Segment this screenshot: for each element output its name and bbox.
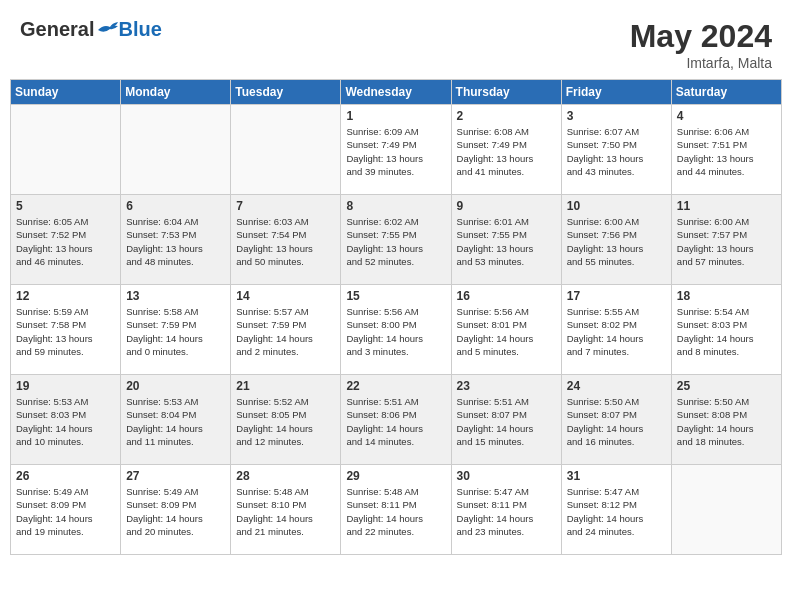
logo-bird-icon [96,22,118,38]
day-of-week-header: Thursday [451,80,561,105]
day-number: 22 [346,379,445,393]
calendar-cell: 4Sunrise: 6:06 AM Sunset: 7:51 PM Daylig… [671,105,781,195]
calendar-cell: 27Sunrise: 5:49 AM Sunset: 8:09 PM Dayli… [121,465,231,555]
day-number: 19 [16,379,115,393]
cell-content: Sunrise: 6:01 AM Sunset: 7:55 PM Dayligh… [457,215,556,268]
calendar-cell: 5Sunrise: 6:05 AM Sunset: 7:52 PM Daylig… [11,195,121,285]
title-block: May 2024 Imtarfa, Malta [630,18,772,71]
day-number: 10 [567,199,666,213]
cell-content: Sunrise: 6:04 AM Sunset: 7:53 PM Dayligh… [126,215,225,268]
calendar-cell: 13Sunrise: 5:58 AM Sunset: 7:59 PM Dayli… [121,285,231,375]
calendar-cell: 7Sunrise: 6:03 AM Sunset: 7:54 PM Daylig… [231,195,341,285]
day-number: 6 [126,199,225,213]
day-number: 31 [567,469,666,483]
logo-general-text: General [20,18,94,41]
cell-content: Sunrise: 6:03 AM Sunset: 7:54 PM Dayligh… [236,215,335,268]
day-number: 1 [346,109,445,123]
logo: General Blue [20,18,162,41]
calendar-week-row: 5Sunrise: 6:05 AM Sunset: 7:52 PM Daylig… [11,195,782,285]
calendar-cell: 17Sunrise: 5:55 AM Sunset: 8:02 PM Dayli… [561,285,671,375]
day-number: 23 [457,379,556,393]
cell-content: Sunrise: 6:09 AM Sunset: 7:49 PM Dayligh… [346,125,445,178]
calendar-cell: 29Sunrise: 5:48 AM Sunset: 8:11 PM Dayli… [341,465,451,555]
calendar-cell: 6Sunrise: 6:04 AM Sunset: 7:53 PM Daylig… [121,195,231,285]
calendar-cell [121,105,231,195]
calendar-cell: 3Sunrise: 6:07 AM Sunset: 7:50 PM Daylig… [561,105,671,195]
cell-content: Sunrise: 5:47 AM Sunset: 8:11 PM Dayligh… [457,485,556,538]
day-number: 27 [126,469,225,483]
calendar-cell [671,465,781,555]
day-of-week-header: Tuesday [231,80,341,105]
day-number: 25 [677,379,776,393]
day-of-week-header: Saturday [671,80,781,105]
calendar-cell: 26Sunrise: 5:49 AM Sunset: 8:09 PM Dayli… [11,465,121,555]
day-number: 4 [677,109,776,123]
calendar-cell: 10Sunrise: 6:00 AM Sunset: 7:56 PM Dayli… [561,195,671,285]
calendar-cell: 31Sunrise: 5:47 AM Sunset: 8:12 PM Dayli… [561,465,671,555]
calendar-cell: 24Sunrise: 5:50 AM Sunset: 8:07 PM Dayli… [561,375,671,465]
day-number: 17 [567,289,666,303]
cell-content: Sunrise: 6:07 AM Sunset: 7:50 PM Dayligh… [567,125,666,178]
day-number: 11 [677,199,776,213]
cell-content: Sunrise: 5:53 AM Sunset: 8:03 PM Dayligh… [16,395,115,448]
logo-blue-text: Blue [118,18,161,41]
calendar-cell: 11Sunrise: 6:00 AM Sunset: 7:57 PM Dayli… [671,195,781,285]
cell-content: Sunrise: 5:55 AM Sunset: 8:02 PM Dayligh… [567,305,666,358]
cell-content: Sunrise: 6:08 AM Sunset: 7:49 PM Dayligh… [457,125,556,178]
day-number: 9 [457,199,556,213]
calendar-cell: 21Sunrise: 5:52 AM Sunset: 8:05 PM Dayli… [231,375,341,465]
day-number: 15 [346,289,445,303]
cell-content: Sunrise: 5:59 AM Sunset: 7:58 PM Dayligh… [16,305,115,358]
day-number: 18 [677,289,776,303]
location-subtitle: Imtarfa, Malta [630,55,772,71]
day-number: 21 [236,379,335,393]
day-number: 29 [346,469,445,483]
cell-content: Sunrise: 5:49 AM Sunset: 8:09 PM Dayligh… [126,485,225,538]
calendar-cell: 8Sunrise: 6:02 AM Sunset: 7:55 PM Daylig… [341,195,451,285]
calendar-cell: 23Sunrise: 5:51 AM Sunset: 8:07 PM Dayli… [451,375,561,465]
calendar-cell: 30Sunrise: 5:47 AM Sunset: 8:11 PM Dayli… [451,465,561,555]
day-number: 3 [567,109,666,123]
cell-content: Sunrise: 6:05 AM Sunset: 7:52 PM Dayligh… [16,215,115,268]
calendar-cell: 20Sunrise: 5:53 AM Sunset: 8:04 PM Dayli… [121,375,231,465]
page-header: General Blue May 2024 Imtarfa, Malta [10,10,782,75]
cell-content: Sunrise: 5:50 AM Sunset: 8:08 PM Dayligh… [677,395,776,448]
calendar-cell: 12Sunrise: 5:59 AM Sunset: 7:58 PM Dayli… [11,285,121,375]
calendar-cell: 2Sunrise: 6:08 AM Sunset: 7:49 PM Daylig… [451,105,561,195]
cell-content: Sunrise: 5:50 AM Sunset: 8:07 PM Dayligh… [567,395,666,448]
cell-content: Sunrise: 5:51 AM Sunset: 8:06 PM Dayligh… [346,395,445,448]
cell-content: Sunrise: 6:00 AM Sunset: 7:56 PM Dayligh… [567,215,666,268]
cell-content: Sunrise: 6:00 AM Sunset: 7:57 PM Dayligh… [677,215,776,268]
day-number: 26 [16,469,115,483]
calendar-week-row: 26Sunrise: 5:49 AM Sunset: 8:09 PM Dayli… [11,465,782,555]
calendar-cell: 28Sunrise: 5:48 AM Sunset: 8:10 PM Dayli… [231,465,341,555]
day-number: 16 [457,289,556,303]
day-number: 20 [126,379,225,393]
cell-content: Sunrise: 5:58 AM Sunset: 7:59 PM Dayligh… [126,305,225,358]
calendar-table: SundayMondayTuesdayWednesdayThursdayFrid… [10,79,782,555]
cell-content: Sunrise: 5:56 AM Sunset: 8:01 PM Dayligh… [457,305,556,358]
calendar-cell: 14Sunrise: 5:57 AM Sunset: 7:59 PM Dayli… [231,285,341,375]
day-number: 30 [457,469,556,483]
calendar-cell: 15Sunrise: 5:56 AM Sunset: 8:00 PM Dayli… [341,285,451,375]
cell-content: Sunrise: 5:47 AM Sunset: 8:12 PM Dayligh… [567,485,666,538]
cell-content: Sunrise: 6:02 AM Sunset: 7:55 PM Dayligh… [346,215,445,268]
day-number: 5 [16,199,115,213]
calendar-week-row: 1Sunrise: 6:09 AM Sunset: 7:49 PM Daylig… [11,105,782,195]
calendar-header-row: SundayMondayTuesdayWednesdayThursdayFrid… [11,80,782,105]
day-number: 28 [236,469,335,483]
cell-content: Sunrise: 5:56 AM Sunset: 8:00 PM Dayligh… [346,305,445,358]
calendar-week-row: 19Sunrise: 5:53 AM Sunset: 8:03 PM Dayli… [11,375,782,465]
day-number: 8 [346,199,445,213]
calendar-cell [231,105,341,195]
day-of-week-header: Friday [561,80,671,105]
cell-content: Sunrise: 5:48 AM Sunset: 8:10 PM Dayligh… [236,485,335,538]
cell-content: Sunrise: 5:54 AM Sunset: 8:03 PM Dayligh… [677,305,776,358]
month-year-title: May 2024 [630,18,772,55]
cell-content: Sunrise: 5:52 AM Sunset: 8:05 PM Dayligh… [236,395,335,448]
day-number: 14 [236,289,335,303]
day-number: 13 [126,289,225,303]
calendar-cell: 18Sunrise: 5:54 AM Sunset: 8:03 PM Dayli… [671,285,781,375]
cell-content: Sunrise: 5:53 AM Sunset: 8:04 PM Dayligh… [126,395,225,448]
calendar-week-row: 12Sunrise: 5:59 AM Sunset: 7:58 PM Dayli… [11,285,782,375]
